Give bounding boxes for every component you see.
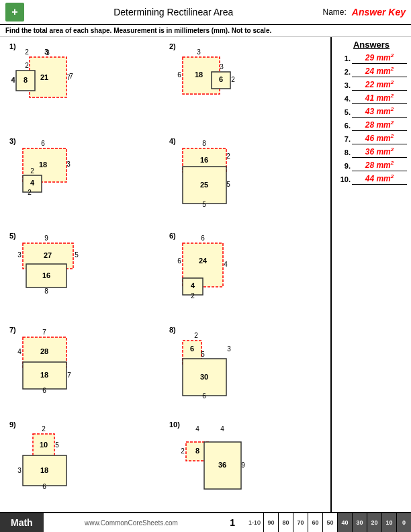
problem-2: 2) 18 6 3 3 6 2 xyxy=(165,40,325,134)
svg-text:4: 4 xyxy=(30,179,35,187)
answer-item: 4.41 mm2 xyxy=(336,93,407,104)
answer-value: 46 mm2 xyxy=(352,133,407,144)
answer-item: 7.46 mm2 xyxy=(336,133,407,144)
shape-2: 18 6 3 3 6 2 xyxy=(169,44,250,118)
answer-item: 10.44 mm2 xyxy=(336,173,407,185)
svg-text:3: 3 xyxy=(46,49,50,56)
svg-text:4: 4 xyxy=(224,261,228,268)
shape-6: 24 4 6 4 6 2 xyxy=(169,233,250,314)
page-title: Determining Rectilinear Area xyxy=(24,7,323,17)
svg-text:4: 4 xyxy=(191,281,195,290)
svg-text:6: 6 xyxy=(177,257,181,265)
svg-text:6: 6 xyxy=(202,392,206,400)
logo: + xyxy=(5,3,24,21)
problem-num-5: 5) xyxy=(9,232,16,240)
instructions: Find the total area of each shape. Measu… xyxy=(0,25,411,37)
footer-math-label: Math xyxy=(0,513,44,532)
svg-text:2: 2 xyxy=(226,152,230,160)
answer-num: 4. xyxy=(336,95,351,103)
svg-text:16: 16 xyxy=(200,156,208,164)
problem-9: 9) 10 18 2 5 3 6 xyxy=(5,418,165,513)
score-box: 0 xyxy=(396,513,411,532)
svg-text:24: 24 xyxy=(199,257,208,265)
problem-num-6: 6) xyxy=(169,232,176,240)
svg-text:30: 30 xyxy=(200,373,208,381)
svg-text:5: 5 xyxy=(75,251,79,259)
svg-text:3: 3 xyxy=(220,63,224,71)
svg-text:3: 3 xyxy=(17,251,21,259)
svg-text:2: 2 xyxy=(42,425,46,433)
svg-text:9: 9 xyxy=(44,234,48,242)
svg-text:16: 16 xyxy=(42,271,50,279)
answer-value: 28 mm2 xyxy=(352,160,407,171)
answer-num: 2. xyxy=(336,68,351,76)
svg-text:6: 6 xyxy=(42,483,46,490)
answer-item: 8.36 mm2 xyxy=(336,146,407,158)
svg-text:8: 8 xyxy=(202,140,206,147)
score-box: 90 xyxy=(263,513,278,532)
problem-1: 1) 21 8 3 2 3 4 7 3 2 4 xyxy=(5,40,165,134)
svg-text:28: 28 xyxy=(40,347,48,355)
svg-text:7: 7 xyxy=(67,371,71,379)
svg-text:5: 5 xyxy=(201,351,205,358)
shape-5: 27 16 9 3 5 8 xyxy=(9,233,90,310)
problem-10: 10) 8 36 4 4 2 9 xyxy=(165,418,325,513)
score-box: 40 xyxy=(337,513,352,532)
svg-text:2: 2 xyxy=(231,76,235,83)
problem-3: 3) 18 4 6 3 2 2 xyxy=(5,134,165,229)
answer-value: 29 mm2 xyxy=(352,52,407,64)
problem-num-9: 9) xyxy=(9,420,16,429)
svg-text:2: 2 xyxy=(25,62,29,69)
svg-text:2: 2 xyxy=(181,447,185,455)
svg-text:18: 18 xyxy=(39,161,47,169)
answer-value: 44 mm2 xyxy=(352,173,407,185)
problem-8: 8) 6 30 2 6 5 3 xyxy=(165,323,325,418)
svg-text:4: 4 xyxy=(195,425,199,433)
problem-num-1: 1) xyxy=(9,42,16,50)
problem-num-7: 7) xyxy=(9,326,16,334)
problem-num-4: 4) xyxy=(169,137,176,145)
svg-text:7: 7 xyxy=(69,73,73,80)
svg-text:2: 2 xyxy=(194,332,198,339)
scores-label: 1-10 xyxy=(246,519,263,526)
problem-5: 5) 27 16 9 3 5 8 xyxy=(5,229,165,324)
answer-item: 6.28 mm2 xyxy=(336,120,407,131)
svg-text:6: 6 xyxy=(177,71,181,79)
answer-item: 9.28 mm2 xyxy=(336,160,407,171)
problem-7: 7) 28 18 7 4 7 6 xyxy=(5,323,165,418)
svg-text:10: 10 xyxy=(40,441,48,449)
header: + Determining Rectilinear Area Name: Ans… xyxy=(0,0,411,25)
answer-list: 1.29 mm22.24 mm23.22 mm24.41 mm25.43 mm2… xyxy=(336,52,407,185)
score-box: 80 xyxy=(278,513,293,532)
shape-10: 8 36 4 4 2 9 xyxy=(169,422,257,502)
answer-num: 8. xyxy=(336,148,351,157)
svg-text:18: 18 xyxy=(40,466,48,474)
answer-value: 22 mm2 xyxy=(352,79,407,91)
svg-text:4: 4 xyxy=(11,77,15,84)
svg-text:4: 4 xyxy=(17,348,21,355)
shape-4: 16 25 8 2 5 5 xyxy=(169,138,250,219)
answer-num: 1. xyxy=(336,54,351,62)
answer-item: 1.29 mm2 xyxy=(336,52,407,64)
problem-num-2: 2) xyxy=(169,42,176,50)
shape-9: 10 18 2 5 3 6 xyxy=(9,422,90,502)
problems-area: 1) 21 8 3 2 3 4 7 3 2 4 xyxy=(0,37,330,515)
answer-num: 3. xyxy=(336,81,351,89)
problem-4: 4) 16 25 8 2 5 5 xyxy=(165,134,325,229)
svg-text:18: 18 xyxy=(195,71,203,79)
svg-text:2: 2 xyxy=(25,48,29,56)
svg-text:8: 8 xyxy=(24,76,28,84)
name-label: Name: xyxy=(323,7,347,17)
svg-text:21: 21 xyxy=(40,73,48,81)
answer-value: 28 mm2 xyxy=(352,120,407,131)
answer-num: 5. xyxy=(336,108,351,116)
answer-value: 41 mm2 xyxy=(352,93,407,104)
answer-value: 36 mm2 xyxy=(352,146,407,158)
footer-scores: 9080706050403020100 xyxy=(263,513,411,532)
answer-item: 2.24 mm2 xyxy=(336,66,407,77)
shape-8: 6 30 2 6 5 3 xyxy=(169,327,250,408)
svg-text:3: 3 xyxy=(66,161,71,168)
svg-text:3: 3 xyxy=(197,48,201,56)
svg-text:3: 3 xyxy=(17,467,21,474)
score-box: 60 xyxy=(308,513,322,532)
